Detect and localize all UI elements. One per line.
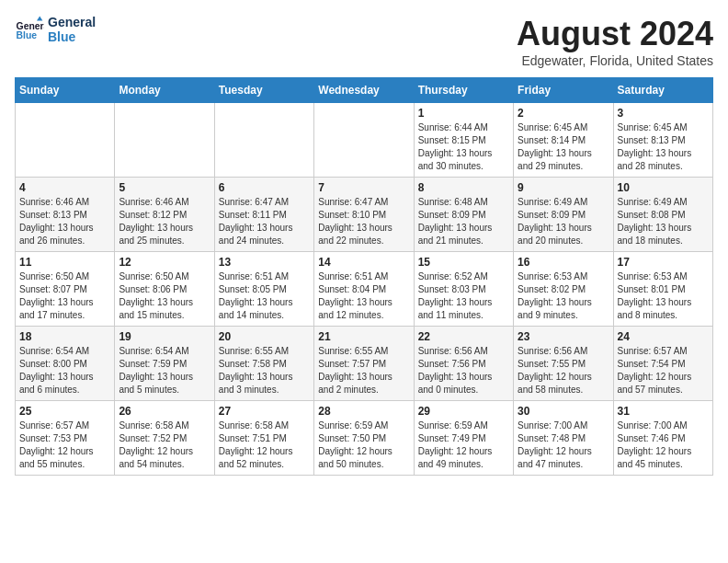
weekday-header: Tuesday [214,78,313,103]
calendar-cell: 10Sunrise: 6:49 AM Sunset: 8:08 PM Dayli… [613,178,712,252]
weekday-header: Wednesday [314,78,414,103]
calendar-week-row: 1Sunrise: 6:44 AM Sunset: 8:15 PM Daylig… [16,103,713,178]
day-number: 22 [418,330,509,343]
calendar-cell: 24Sunrise: 6:57 AM Sunset: 7:54 PM Dayli… [613,327,712,401]
day-number: 19 [119,330,210,343]
calendar-table: SundayMondayTuesdayWednesdayThursdayFrid… [15,77,713,476]
day-info: Sunrise: 6:58 AM Sunset: 7:52 PM Dayligh… [119,419,210,471]
calendar-cell: 4Sunrise: 6:46 AM Sunset: 8:13 PM Daylig… [16,178,115,252]
calendar-cell: 18Sunrise: 6:54 AM Sunset: 8:00 PM Dayli… [16,327,115,401]
day-info: Sunrise: 6:50 AM Sunset: 8:07 PM Dayligh… [19,270,110,322]
calendar-cell: 27Sunrise: 6:58 AM Sunset: 7:51 PM Dayli… [214,401,313,476]
day-info: Sunrise: 6:57 AM Sunset: 7:53 PM Dayligh… [19,419,110,471]
day-number: 11 [19,256,110,269]
day-info: Sunrise: 6:57 AM Sunset: 7:54 PM Dayligh… [618,345,709,396]
day-info: Sunrise: 6:54 AM Sunset: 7:59 PM Dayligh… [119,345,210,396]
day-info: Sunrise: 6:45 AM Sunset: 8:14 PM Dayligh… [518,121,609,173]
day-info: Sunrise: 6:52 AM Sunset: 8:03 PM Dayligh… [418,270,509,322]
day-info: Sunrise: 6:55 AM Sunset: 7:57 PM Dayligh… [318,345,409,396]
weekday-header: Saturday [613,78,712,103]
day-number: 26 [119,405,210,418]
day-info: Sunrise: 7:00 AM Sunset: 7:46 PM Dayligh… [618,419,709,471]
day-info: Sunrise: 6:47 AM Sunset: 8:10 PM Dayligh… [318,196,409,247]
day-number: 2 [518,107,609,120]
page-header: General Blue General Blue August 2024 Ed… [15,15,713,68]
calendar-cell: 26Sunrise: 6:58 AM Sunset: 7:52 PM Dayli… [115,401,214,476]
day-number: 25 [19,405,110,418]
title-block: August 2024 Edgewater, Florida, United S… [517,15,713,68]
day-info: Sunrise: 7:00 AM Sunset: 7:48 PM Dayligh… [518,419,609,471]
day-info: Sunrise: 6:55 AM Sunset: 7:58 PM Dayligh… [219,345,310,396]
day-info: Sunrise: 6:53 AM Sunset: 8:02 PM Dayligh… [518,270,609,322]
day-info: Sunrise: 6:59 AM Sunset: 7:49 PM Dayligh… [418,419,509,471]
day-info: Sunrise: 6:46 AM Sunset: 8:12 PM Dayligh… [119,196,210,247]
location: Edgewater, Florida, United States [517,53,713,68]
calendar-cell [314,103,414,178]
calendar-cell: 23Sunrise: 6:56 AM Sunset: 7:55 PM Dayli… [514,327,613,401]
day-info: Sunrise: 6:47 AM Sunset: 8:11 PM Dayligh… [219,196,310,247]
day-number: 7 [318,181,409,194]
weekday-header: Friday [514,78,613,103]
day-info: Sunrise: 6:49 AM Sunset: 8:09 PM Dayligh… [518,196,609,247]
day-number: 6 [219,181,310,194]
calendar-cell: 25Sunrise: 6:57 AM Sunset: 7:53 PM Dayli… [16,401,115,476]
day-number: 24 [618,330,709,343]
day-number: 9 [518,181,609,194]
day-info: Sunrise: 6:46 AM Sunset: 8:13 PM Dayligh… [19,196,110,247]
day-number: 3 [618,107,709,120]
day-number: 21 [318,330,409,343]
calendar-cell: 22Sunrise: 6:56 AM Sunset: 7:56 PM Dayli… [414,327,513,401]
calendar-cell [115,103,214,178]
day-number: 29 [418,405,509,418]
day-info: Sunrise: 6:48 AM Sunset: 8:09 PM Dayligh… [418,196,509,247]
day-info: Sunrise: 6:58 AM Sunset: 7:51 PM Dayligh… [219,419,310,471]
day-info: Sunrise: 6:44 AM Sunset: 8:15 PM Dayligh… [418,121,509,173]
calendar-cell: 31Sunrise: 7:00 AM Sunset: 7:46 PM Dayli… [613,401,712,476]
day-number: 8 [418,181,509,194]
calendar-cell: 19Sunrise: 6:54 AM Sunset: 7:59 PM Dayli… [115,327,214,401]
day-number: 18 [19,330,110,343]
day-number: 14 [318,256,409,269]
calendar-week-row: 25Sunrise: 6:57 AM Sunset: 7:53 PM Dayli… [16,401,713,476]
day-info: Sunrise: 6:54 AM Sunset: 8:00 PM Dayligh… [19,345,110,396]
day-number: 5 [119,181,210,194]
day-info: Sunrise: 6:59 AM Sunset: 7:50 PM Dayligh… [318,419,409,471]
day-number: 15 [418,256,509,269]
day-number: 16 [518,256,609,269]
day-info: Sunrise: 6:45 AM Sunset: 8:13 PM Dayligh… [618,121,709,173]
calendar-cell [214,103,313,178]
weekday-header: Monday [115,78,214,103]
svg-text:Blue: Blue [17,30,38,40]
calendar-cell: 14Sunrise: 6:51 AM Sunset: 8:04 PM Dayli… [314,252,414,327]
day-info: Sunrise: 6:51 AM Sunset: 8:04 PM Dayligh… [318,270,409,322]
calendar-cell: 12Sunrise: 6:50 AM Sunset: 8:06 PM Dayli… [115,252,214,327]
day-info: Sunrise: 6:53 AM Sunset: 8:01 PM Dayligh… [618,270,709,322]
calendar-week-row: 11Sunrise: 6:50 AM Sunset: 8:07 PM Dayli… [16,252,713,327]
day-number: 13 [219,256,310,269]
svg-marker-2 [37,17,42,21]
month-title: August 2024 [517,15,713,53]
day-number: 27 [219,405,310,418]
calendar-cell: 29Sunrise: 6:59 AM Sunset: 7:49 PM Dayli… [414,401,513,476]
day-number: 4 [19,181,110,194]
weekday-header-row: SundayMondayTuesdayWednesdayThursdayFrid… [16,78,713,103]
day-number: 31 [618,405,709,418]
calendar-week-row: 18Sunrise: 6:54 AM Sunset: 8:00 PM Dayli… [16,327,713,401]
day-number: 10 [618,181,709,194]
calendar-cell: 30Sunrise: 7:00 AM Sunset: 7:48 PM Dayli… [514,401,613,476]
calendar-cell: 8Sunrise: 6:48 AM Sunset: 8:09 PM Daylig… [414,178,513,252]
day-number: 28 [318,405,409,418]
calendar-cell: 17Sunrise: 6:53 AM Sunset: 8:01 PM Dayli… [613,252,712,327]
calendar-cell: 28Sunrise: 6:59 AM Sunset: 7:50 PM Dayli… [314,401,414,476]
calendar-cell: 16Sunrise: 6:53 AM Sunset: 8:02 PM Dayli… [514,252,613,327]
svg-text:General: General [17,21,44,31]
day-number: 23 [518,330,609,343]
calendar-cell: 6Sunrise: 6:47 AM Sunset: 8:11 PM Daylig… [214,178,313,252]
calendar-cell: 5Sunrise: 6:46 AM Sunset: 8:12 PM Daylig… [115,178,214,252]
day-number: 30 [518,405,609,418]
calendar-cell: 7Sunrise: 6:47 AM Sunset: 8:10 PM Daylig… [314,178,414,252]
day-info: Sunrise: 6:56 AM Sunset: 7:55 PM Dayligh… [518,345,609,396]
logo: General Blue General Blue [15,15,96,44]
day-info: Sunrise: 6:51 AM Sunset: 8:05 PM Dayligh… [219,270,310,322]
calendar-cell: 15Sunrise: 6:52 AM Sunset: 8:03 PM Dayli… [414,252,513,327]
